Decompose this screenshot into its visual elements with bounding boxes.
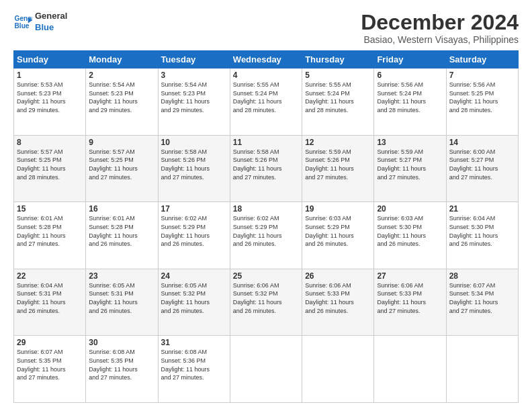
calendar-day-cell: 7Sunrise: 5:56 AM Sunset: 5:25 PM Daylig… — [446, 68, 518, 136]
day-info: Sunrise: 5:55 AM Sunset: 5:24 PM Dayligh… — [305, 81, 371, 114]
day-info: Sunrise: 6:02 AM Sunset: 5:29 PM Dayligh… — [161, 214, 227, 248]
calendar-header-cell: Sunday — [14, 51, 86, 68]
day-number: 30 — [89, 338, 154, 347]
day-info: Sunrise: 6:06 AM Sunset: 5:33 PM Dayligh… — [377, 281, 443, 315]
calendar-header-cell: Friday — [374, 51, 446, 68]
day-info: Sunrise: 5:54 AM Sunset: 5:23 PM Dayligh… — [161, 81, 227, 114]
day-number: 22 — [17, 271, 83, 281]
calendar-header-cell: Monday — [86, 51, 158, 68]
day-number: 21 — [449, 204, 515, 214]
day-number: 17 — [161, 204, 227, 214]
day-info: Sunrise: 5:59 AM Sunset: 5:27 PM Dayligh… — [377, 148, 443, 181]
calendar-day-cell — [230, 336, 302, 403]
day-number: 14 — [449, 138, 515, 147]
day-info: Sunrise: 6:06 AM Sunset: 5:32 PM Dayligh… — [233, 281, 299, 315]
calendar-day-cell: 3Sunrise: 5:54 AM Sunset: 5:23 PM Daylig… — [158, 68, 230, 136]
calendar-week-row: 22Sunrise: 6:04 AM Sunset: 5:31 PM Dayli… — [14, 269, 519, 336]
calendar-day-cell: 17Sunrise: 6:02 AM Sunset: 5:29 PM Dayli… — [158, 202, 230, 269]
day-info: Sunrise: 6:08 AM Sunset: 5:35 PM Dayligh… — [89, 348, 154, 381]
day-number: 16 — [89, 204, 154, 214]
calendar-day-cell: 2Sunrise: 5:54 AM Sunset: 5:23 PM Daylig… — [86, 68, 158, 136]
day-info: Sunrise: 6:01 AM Sunset: 5:28 PM Dayligh… — [89, 214, 154, 248]
calendar-day-cell — [374, 336, 446, 403]
calendar-day-cell: 21Sunrise: 6:04 AM Sunset: 5:30 PM Dayli… — [446, 202, 518, 269]
day-info: Sunrise: 5:58 AM Sunset: 5:26 PM Dayligh… — [161, 148, 227, 181]
day-number: 10 — [161, 138, 227, 147]
day-number: 27 — [377, 271, 443, 281]
calendar-day-cell: 27Sunrise: 6:06 AM Sunset: 5:33 PM Dayli… — [374, 269, 446, 336]
calendar-day-cell: 12Sunrise: 5:59 AM Sunset: 5:26 PM Dayli… — [302, 135, 374, 202]
calendar-day-cell: 25Sunrise: 6:06 AM Sunset: 5:32 PM Dayli… — [230, 269, 302, 336]
day-number: 24 — [161, 271, 227, 281]
day-number: 3 — [161, 71, 227, 80]
calendar-day-cell: 23Sunrise: 6:05 AM Sunset: 5:31 PM Dayli… — [86, 269, 158, 336]
day-number: 31 — [161, 338, 227, 347]
day-info: Sunrise: 6:05 AM Sunset: 5:32 PM Dayligh… — [161, 281, 227, 315]
subtitle: Basiao, Western Visayas, Philippines — [361, 34, 519, 45]
day-info: Sunrise: 6:04 AM Sunset: 5:31 PM Dayligh… — [17, 281, 83, 315]
calendar-day-cell: 22Sunrise: 6:04 AM Sunset: 5:31 PM Dayli… — [14, 269, 86, 336]
day-info: Sunrise: 5:55 AM Sunset: 5:24 PM Dayligh… — [233, 81, 299, 114]
calendar-day-cell: 29Sunrise: 6:07 AM Sunset: 5:35 PM Dayli… — [14, 336, 86, 403]
day-number: 13 — [377, 138, 443, 147]
day-number: 9 — [89, 138, 154, 147]
day-info: Sunrise: 6:02 AM Sunset: 5:29 PM Dayligh… — [233, 214, 299, 248]
day-number: 2 — [89, 71, 154, 80]
title-block: December 2024 Basiao, Western Visayas, P… — [361, 11, 519, 45]
logo: General Blue General Blue — [13, 11, 67, 34]
calendar-day-cell: 1Sunrise: 5:53 AM Sunset: 5:23 PM Daylig… — [14, 68, 86, 136]
day-info: Sunrise: 6:00 AM Sunset: 5:27 PM Dayligh… — [449, 148, 515, 181]
calendar-day-cell: 8Sunrise: 5:57 AM Sunset: 5:25 PM Daylig… — [14, 135, 86, 202]
day-info: Sunrise: 5:57 AM Sunset: 5:25 PM Dayligh… — [89, 148, 154, 181]
day-number: 4 — [233, 71, 299, 80]
day-info: Sunrise: 6:03 AM Sunset: 5:29 PM Dayligh… — [305, 214, 371, 248]
calendar-day-cell: 11Sunrise: 5:58 AM Sunset: 5:26 PM Dayli… — [230, 135, 302, 202]
calendar-day-cell: 14Sunrise: 6:00 AM Sunset: 5:27 PM Dayli… — [446, 135, 518, 202]
day-info: Sunrise: 5:56 AM Sunset: 5:24 PM Dayligh… — [377, 81, 443, 114]
logo-icon: General Blue — [13, 13, 32, 32]
calendar-header-cell: Tuesday — [158, 51, 230, 68]
page: General Blue General Blue December 2024 … — [0, 0, 532, 411]
day-number: 18 — [233, 204, 299, 214]
day-number: 12 — [305, 138, 371, 147]
logo-line1: General — [35, 11, 67, 22]
calendar-day-cell: 4Sunrise: 5:55 AM Sunset: 5:24 PM Daylig… — [230, 68, 302, 136]
day-number: 6 — [377, 71, 443, 80]
calendar-day-cell: 18Sunrise: 6:02 AM Sunset: 5:29 PM Dayli… — [230, 202, 302, 269]
calendar-day-cell: 31Sunrise: 6:08 AM Sunset: 5:36 PM Dayli… — [158, 336, 230, 403]
calendar-week-row: 1Sunrise: 5:53 AM Sunset: 5:23 PM Daylig… — [14, 68, 519, 136]
day-info: Sunrise: 6:04 AM Sunset: 5:30 PM Dayligh… — [449, 214, 515, 248]
day-info: Sunrise: 6:03 AM Sunset: 5:30 PM Dayligh… — [377, 214, 443, 248]
calendar-day-cell: 5Sunrise: 5:55 AM Sunset: 5:24 PM Daylig… — [302, 68, 374, 136]
calendar-day-cell: 30Sunrise: 6:08 AM Sunset: 5:35 PM Dayli… — [86, 336, 158, 403]
day-info: Sunrise: 6:07 AM Sunset: 5:34 PM Dayligh… — [449, 281, 515, 315]
day-number: 26 — [305, 271, 371, 281]
svg-text:Blue: Blue — [15, 21, 30, 29]
day-number: 1 — [17, 71, 83, 80]
day-number: 28 — [449, 271, 515, 281]
day-info: Sunrise: 6:07 AM Sunset: 5:35 PM Dayligh… — [17, 348, 83, 381]
day-number: 5 — [305, 71, 371, 80]
calendar-header-cell: Wednesday — [230, 51, 302, 68]
day-number: 29 — [17, 338, 83, 347]
calendar-day-cell: 26Sunrise: 6:06 AM Sunset: 5:33 PM Dayli… — [302, 269, 374, 336]
calendar-header-cell: Thursday — [302, 51, 374, 68]
calendar-day-cell: 6Sunrise: 5:56 AM Sunset: 5:24 PM Daylig… — [374, 68, 446, 136]
day-info: Sunrise: 5:59 AM Sunset: 5:26 PM Dayligh… — [305, 148, 371, 181]
calendar-day-cell: 24Sunrise: 6:05 AM Sunset: 5:32 PM Dayli… — [158, 269, 230, 336]
main-title: December 2024 — [361, 11, 519, 34]
day-number: 8 — [17, 138, 83, 147]
calendar-day-cell — [302, 336, 374, 403]
calendar-day-cell: 16Sunrise: 6:01 AM Sunset: 5:28 PM Dayli… — [86, 202, 158, 269]
day-number: 20 — [377, 204, 443, 214]
day-info: Sunrise: 5:53 AM Sunset: 5:23 PM Dayligh… — [17, 81, 83, 114]
day-number: 25 — [233, 271, 299, 281]
day-info: Sunrise: 5:58 AM Sunset: 5:26 PM Dayligh… — [233, 148, 299, 181]
calendar-day-cell: 10Sunrise: 5:58 AM Sunset: 5:26 PM Dayli… — [158, 135, 230, 202]
calendar-header-row: SundayMondayTuesdayWednesdayThursdayFrid… — [14, 51, 519, 68]
calendar-header-cell: Saturday — [446, 51, 518, 68]
calendar-day-cell — [446, 336, 518, 403]
day-number: 7 — [449, 71, 515, 80]
day-number: 19 — [305, 204, 371, 214]
day-number: 11 — [233, 138, 299, 147]
